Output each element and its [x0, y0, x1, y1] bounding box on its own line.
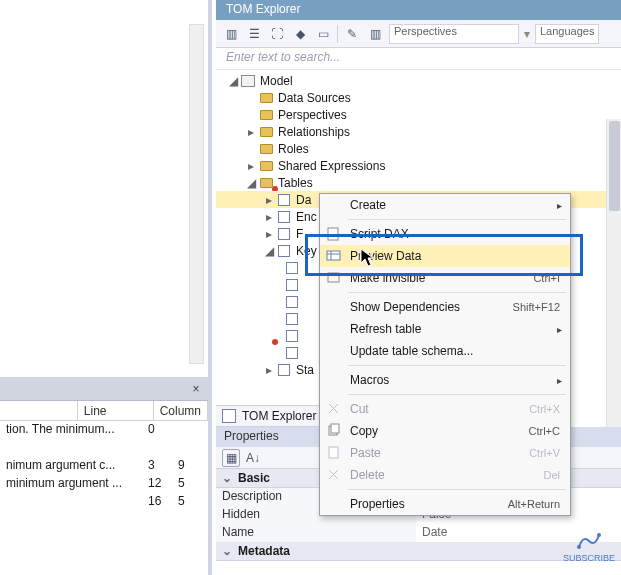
folder-icon: [258, 159, 274, 173]
preview-icon: [326, 248, 342, 264]
table-icon: [276, 244, 292, 258]
view-list-icon[interactable]: ▥: [222, 25, 240, 43]
tree-scrollbar[interactable]: [606, 119, 621, 475]
toolbar: ▥ ☰ ⛶ ◆ ▭ ✎ ▥ Perspectives ▾ Languages: [216, 20, 621, 48]
context-menu: Create Script DAX Preview Data Make invi…: [319, 193, 571, 516]
table-row[interactable]: minimum argument ... 12 5: [0, 475, 208, 493]
close-icon[interactable]: ×: [188, 381, 204, 397]
menu-properties[interactable]: Properties Alt+Return: [320, 493, 570, 515]
svg-point-9: [597, 533, 601, 537]
tree-node-perspectives[interactable]: Perspectives: [216, 106, 621, 123]
tree-node-relationships[interactable]: ▸ Relationships: [216, 123, 621, 140]
table-row[interactable]: tion. The minimum... 0: [0, 421, 208, 439]
folder-icon[interactable]: ▭: [314, 25, 332, 43]
svg-rect-1: [327, 251, 340, 260]
svg-rect-6: [331, 424, 339, 433]
svg-point-8: [577, 545, 581, 549]
prop-name[interactable]: Name Date: [216, 524, 621, 542]
menu-copy[interactable]: Copy Ctrl+C: [320, 420, 570, 442]
svg-rect-4: [328, 273, 339, 282]
subscribe-badge[interactable]: SUBSCRIBE: [563, 531, 615, 563]
search-input[interactable]: Enter text to search...: [216, 48, 621, 70]
cut-icon: [326, 401, 342, 417]
tree-node-data-sources[interactable]: Data Sources: [216, 89, 621, 106]
tree-node-roles[interactable]: Roles: [216, 140, 621, 157]
panel-title: TOM Explorer: [216, 0, 621, 20]
svg-rect-7: [329, 447, 338, 458]
tree-node-tables[interactable]: ◢ Tables: [216, 174, 621, 191]
subscribe-label: SUBSCRIBE: [563, 553, 615, 563]
table-icon: [276, 193, 292, 207]
menu-script-dax[interactable]: Script DAX: [320, 223, 570, 245]
model-icon: [240, 74, 256, 88]
menu-cut: Cut Ctrl+X: [320, 398, 570, 420]
error-grid-body: tion. The minimum... 0 nimum argument c.…: [0, 421, 208, 575]
menu-delete: Delete Del: [320, 464, 570, 486]
folder-icon: [258, 125, 274, 139]
perspectives-dropdown[interactable]: Perspectives: [389, 24, 519, 44]
tree-node-shared-expressions[interactable]: ▸ Shared Expressions: [216, 157, 621, 174]
folder-icon: [258, 108, 274, 122]
menu-show-dependencies[interactable]: Show Dependencies Shift+F12: [320, 296, 570, 318]
tree-node-model[interactable]: ◢ Model: [216, 72, 621, 89]
menu-paste: Paste Ctrl+V: [320, 442, 570, 464]
menu-create[interactable]: Create: [320, 194, 570, 216]
col-desc: [0, 401, 78, 420]
menu-preview-data[interactable]: Preview Data: [320, 245, 570, 267]
left-scrollbar[interactable]: [189, 24, 204, 364]
error-grid-header: Line Column: [0, 401, 208, 421]
copy-icon: [326, 423, 342, 439]
folder-icon: [258, 176, 274, 190]
script-icon: [326, 226, 342, 242]
menu-update-schema[interactable]: Update table schema...: [320, 340, 570, 362]
svg-rect-0: [328, 228, 338, 240]
table-row[interactable]: nimum argument c... 3 9: [0, 457, 208, 475]
table-icon: [276, 363, 292, 377]
col-column[interactable]: Column: [154, 401, 208, 420]
sort-az-icon[interactable]: A↓: [244, 449, 262, 467]
folder-icon: [258, 91, 274, 105]
invisible-icon: [326, 270, 342, 286]
left-panel: × Line Column tion. The minimum... 0 nim…: [0, 0, 212, 575]
hierarchy-icon[interactable]: ⛶: [268, 25, 286, 43]
columns-icon[interactable]: ▥: [366, 25, 384, 43]
languages-dropdown[interactable]: Languages: [535, 24, 599, 44]
tab-label: TOM Explorer: [242, 409, 316, 423]
edit-icon[interactable]: ✎: [343, 25, 361, 43]
cube-icon[interactable]: ◆: [291, 25, 309, 43]
left-blank-area: [0, 0, 208, 377]
folder-icon: [258, 142, 274, 156]
menu-make-invisible[interactable]: Make invisible Ctrl+I: [320, 267, 570, 289]
delete-icon: [326, 467, 342, 483]
table-icon: [276, 210, 292, 224]
table-icon: [276, 227, 292, 241]
category-metadata[interactable]: ⌄Metadata: [216, 542, 621, 561]
table-row[interactable]: 16 5: [0, 493, 208, 511]
categorize-icon[interactable]: ▦: [222, 449, 240, 467]
left-tool-header: ×: [0, 377, 208, 401]
menu-refresh-table[interactable]: Refresh table: [320, 318, 570, 340]
view-stack-icon[interactable]: ☰: [245, 25, 263, 43]
col-line[interactable]: Line: [78, 401, 154, 420]
paste-icon: [326, 445, 342, 461]
table-icon: [222, 409, 236, 423]
menu-macros[interactable]: Macros: [320, 369, 570, 391]
